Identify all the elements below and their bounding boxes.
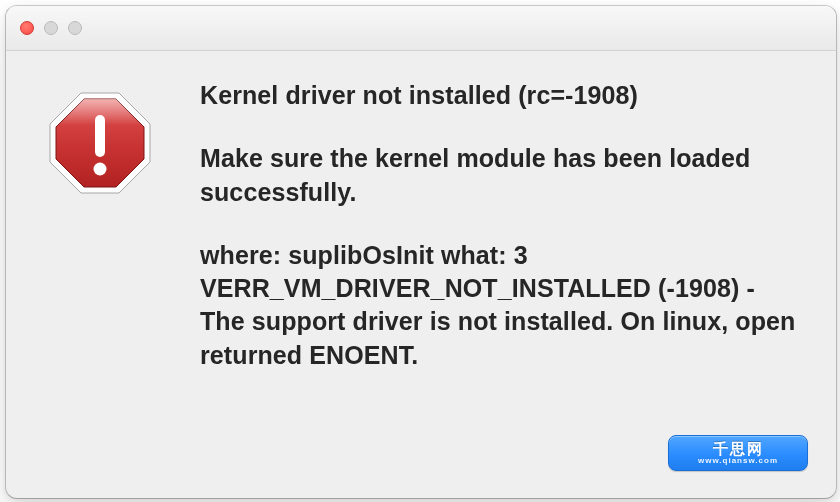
- svg-point-5: [94, 163, 107, 176]
- dialog-body: Kernel driver not installed (rc=-1908) M…: [6, 51, 836, 499]
- message-area: Kernel driver not installed (rc=-1908) M…: [200, 79, 806, 372]
- watermark-button[interactable]: 千思网 www.qiansw.com: [668, 435, 808, 471]
- dialog-window: Kernel driver not installed (rc=-1908) M…: [5, 5, 837, 499]
- message-line-3: where: suplibOsInit what: 3 VERR_VM_DRIV…: [200, 239, 806, 372]
- svg-rect-4: [95, 115, 105, 157]
- titlebar: [6, 6, 836, 51]
- dialog-icon-wrap: [30, 79, 170, 203]
- stop-alert-icon: [44, 87, 156, 203]
- watermark-line-2: www.qiansw.com: [698, 456, 778, 466]
- close-button[interactable]: [20, 21, 34, 35]
- message-line-1: Kernel driver not installed (rc=-1908): [200, 79, 806, 112]
- zoom-button[interactable]: [68, 21, 82, 35]
- screenshot-canvas: Kernel driver not installed (rc=-1908) M…: [0, 0, 840, 502]
- watermark-line-1: 千思网: [713, 441, 764, 456]
- minimize-button[interactable]: [44, 21, 58, 35]
- message-line-2: Make sure the kernel module has been loa…: [200, 142, 806, 209]
- window-controls: [20, 21, 82, 35]
